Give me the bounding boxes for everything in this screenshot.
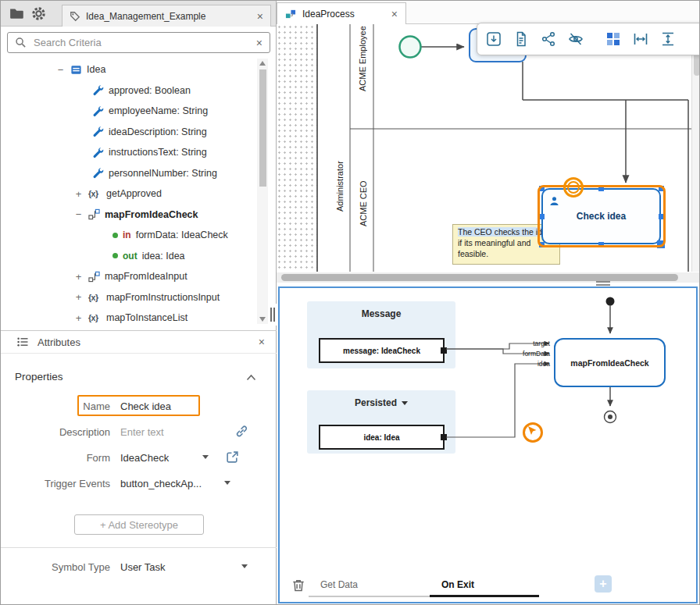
close-icon[interactable]: × bbox=[391, 9, 398, 20]
share-icon[interactable] bbox=[540, 30, 557, 48]
close-icon[interactable]: × bbox=[257, 11, 263, 22]
clear-icon[interactable]: × bbox=[256, 37, 262, 48]
distribute-vertical-icon[interactable] bbox=[659, 30, 677, 48]
folder-icon[interactable] bbox=[9, 5, 24, 21]
persisted-variable-label: idea: Idea bbox=[363, 433, 399, 442]
tree-item-parameter-in[interactable]: in formData: IdeaCheck bbox=[1, 225, 277, 246]
form-value[interactable]: IdeaCheck bbox=[120, 452, 169, 464]
import-icon[interactable] bbox=[485, 30, 502, 48]
tree-item-operation[interactable]: {x} mapToInstanceList bbox=[1, 308, 277, 329]
tree-item-label: instructionsText: String bbox=[109, 147, 207, 158]
message-variable-box[interactable]: message: IdeaCheck bbox=[319, 338, 445, 363]
symbol-type-value[interactable]: User Task bbox=[120, 561, 166, 573]
persisted-variable-box[interactable]: idea: Idea bbox=[319, 425, 445, 450]
tree-item-mapping[interactable]: mapFromIdeaInput bbox=[1, 266, 277, 287]
persisted-group: Persisted idea: Idea bbox=[307, 390, 455, 454]
document-tab[interactable]: Idea_Management_Example × bbox=[62, 5, 271, 27]
panel-splitter-handle[interactable] bbox=[596, 281, 610, 286]
tree-item-idea[interactable]: Idea bbox=[1, 59, 277, 80]
tree-item-operation[interactable]: {x} mapFromInstructionsInput bbox=[1, 287, 277, 308]
tree-scrollbar[interactable] bbox=[257, 59, 268, 324]
tree-item-attribute[interactable]: employeeName: String bbox=[1, 101, 277, 122]
tree-scrollbar-thumb[interactable] bbox=[259, 69, 266, 187]
tab-get-data[interactable]: Get Data bbox=[309, 574, 430, 597]
collapse-section-icon[interactable] bbox=[246, 374, 256, 381]
tree-item-label: ideaDescription: String bbox=[109, 126, 207, 137]
selection-handle[interactable] bbox=[659, 214, 664, 219]
persisted-dropdown-icon[interactable] bbox=[402, 401, 408, 405]
connector-port[interactable] bbox=[441, 434, 447, 440]
search-input[interactable] bbox=[34, 37, 249, 48]
tree-item-operation[interactable]: {x} getApproved bbox=[1, 183, 277, 205]
tree-item-attribute[interactable]: approved: Boolean bbox=[1, 80, 277, 101]
tab-on-exit[interactable]: On Exit bbox=[430, 574, 539, 597]
expand-icon[interactable] bbox=[73, 272, 84, 282]
selection-handle[interactable] bbox=[539, 214, 545, 219]
expand-icon[interactable] bbox=[73, 313, 84, 323]
connector-port[interactable] bbox=[441, 347, 447, 354]
entity-icon bbox=[70, 64, 82, 76]
add-tab-button[interactable]: + bbox=[595, 575, 612, 593]
bpmn-canvas[interactable]: ACME Employee Administrator ACME CEO The… bbox=[277, 24, 691, 272]
cursor-pointer-icon bbox=[527, 426, 537, 437]
distribute-horizontal-icon[interactable] bbox=[632, 30, 649, 48]
collapse-icon[interactable] bbox=[73, 209, 84, 219]
canvas-horizontal-scrollbar[interactable] bbox=[277, 272, 700, 283]
wrench-icon bbox=[92, 167, 104, 179]
gear-icon[interactable] bbox=[30, 5, 46, 21]
parameter-direction: in bbox=[123, 230, 131, 240]
message-variable-label: message: IdeaCheck bbox=[343, 347, 420, 355]
expand-icon[interactable] bbox=[73, 189, 84, 199]
tree-item-attribute[interactable]: instructionsText: String bbox=[1, 142, 277, 163]
scroll-down-icon[interactable] bbox=[259, 317, 266, 322]
mapping-editor-panel[interactable]: Message message: IdeaCheck Persisted ide… bbox=[278, 286, 698, 603]
mapping-node[interactable]: mapFromIdeaCheck bbox=[554, 338, 666, 387]
tab-idea-process[interactable]: IdeaProcess × bbox=[277, 2, 406, 24]
expand-icon[interactable] bbox=[73, 292, 84, 302]
grid-icon[interactable] bbox=[605, 30, 622, 48]
properties-panel: Properties Name Check idea Description E… bbox=[1, 354, 277, 605]
trigger-events-dropdown-icon[interactable] bbox=[224, 481, 230, 485]
tag-icon bbox=[70, 11, 80, 22]
tree-item-label: mapToInstanceList bbox=[106, 312, 188, 323]
description-value[interactable]: Enter text bbox=[120, 426, 164, 438]
open-external-icon[interactable] bbox=[226, 450, 239, 464]
selection-handle[interactable] bbox=[539, 186, 545, 191]
scroll-up-icon[interactable] bbox=[259, 61, 266, 66]
mapping-icon bbox=[88, 271, 100, 283]
divider bbox=[1, 547, 277, 548]
properties-title: Properties bbox=[15, 371, 63, 383]
symbol-type-dropdown-icon[interactable] bbox=[241, 564, 248, 568]
canvas-vertical-scrollbar[interactable] bbox=[691, 24, 700, 272]
name-value[interactable]: Check idea bbox=[120, 400, 171, 412]
diagram-tabbar: IdeaProcess × bbox=[277, 1, 700, 24]
selection-handle[interactable] bbox=[598, 242, 604, 247]
message-group-title: Message bbox=[307, 301, 455, 319]
trigger-events-value[interactable]: button_checkAp... bbox=[120, 478, 202, 489]
wrench-icon bbox=[92, 84, 104, 96]
document-icon[interactable] bbox=[512, 30, 530, 48]
tree-item-mapping-selected[interactable]: mapFromIdeaCheck bbox=[1, 205, 277, 226]
tree-item-attribute[interactable]: personnelNumber: String bbox=[1, 163, 277, 184]
selection-handle[interactable] bbox=[598, 186, 604, 191]
function-icon: {x} bbox=[88, 313, 102, 322]
selection-handle[interactable] bbox=[539, 242, 545, 247]
boundary-event-inner-ring bbox=[567, 181, 580, 194]
scrollbar-thumb[interactable] bbox=[281, 274, 678, 281]
add-stereotype-button[interactable]: + Add Stereotype bbox=[74, 514, 204, 535]
selection-handle[interactable] bbox=[659, 186, 664, 191]
hide-icon[interactable] bbox=[567, 30, 584, 48]
user-task-check-idea[interactable]: Check idea bbox=[541, 188, 661, 244]
selection-handle-resize[interactable] bbox=[657, 240, 665, 248]
attributes-title: Attributes bbox=[38, 336, 80, 348]
trigger-events-label: Trigger Events bbox=[1, 478, 110, 489]
form-dropdown-icon[interactable] bbox=[202, 455, 209, 459]
collapse-icon[interactable] bbox=[55, 65, 66, 75]
port-label-idea: idea bbox=[511, 360, 550, 368]
close-icon[interactable]: × bbox=[259, 336, 265, 347]
tree-item-parameter-out[interactable]: out idea: Idea bbox=[1, 246, 277, 267]
port-label-formdata: formData bbox=[511, 350, 550, 358]
bottom-panel-grip[interactable] bbox=[269, 304, 277, 326]
tree-item-attribute[interactable]: ideaDescription: String bbox=[1, 122, 277, 143]
link-icon[interactable] bbox=[235, 425, 248, 438]
